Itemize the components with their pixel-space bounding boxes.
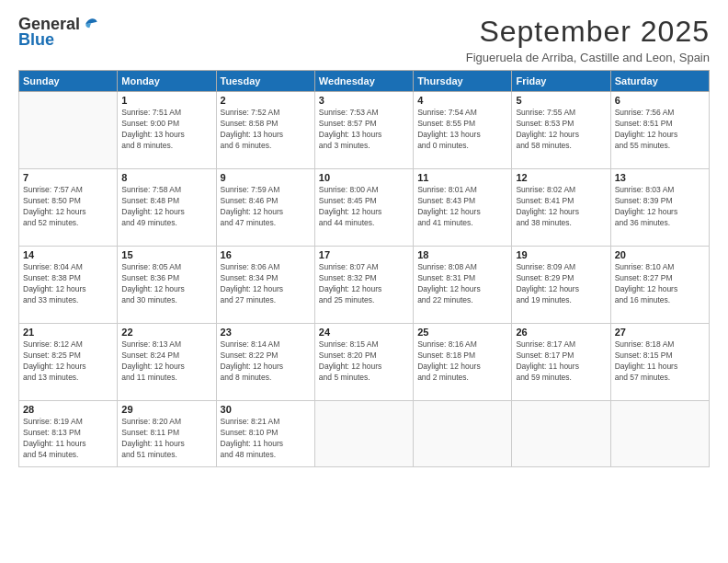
day-number: 6	[615, 95, 705, 106]
calendar-cell	[512, 401, 610, 467]
day-info: Sunrise: 7:55 AM Sunset: 8:53 PM Dayligh…	[516, 108, 606, 152]
day-info: Sunrise: 7:52 AM Sunset: 8:58 PM Dayligh…	[221, 108, 311, 152]
day-number: 5	[516, 95, 606, 106]
day-number: 25	[417, 327, 507, 338]
day-info: Sunrise: 8:06 AM Sunset: 8:34 PM Dayligh…	[221, 262, 311, 306]
day-info: Sunrise: 8:08 AM Sunset: 8:31 PM Dayligh…	[417, 262, 507, 306]
calendar-cell: 5Sunrise: 7:55 AM Sunset: 8:53 PM Daylig…	[512, 92, 610, 169]
day-info: Sunrise: 8:18 AM Sunset: 8:15 PM Dayligh…	[615, 339, 705, 384]
calendar-cell: 10Sunrise: 8:00 AM Sunset: 8:45 PM Dayli…	[314, 169, 413, 247]
week-row-2: 7Sunrise: 7:57 AM Sunset: 8:50 PM Daylig…	[19, 169, 710, 247]
day-info: Sunrise: 8:21 AM Sunset: 8:10 PM Dayligh…	[221, 417, 311, 461]
day-info: Sunrise: 7:53 AM Sunset: 8:57 PM Dayligh…	[319, 108, 409, 152]
day-info: Sunrise: 8:09 AM Sunset: 8:29 PM Dayligh…	[516, 262, 606, 306]
calendar-cell: 21Sunrise: 8:12 AM Sunset: 8:25 PM Dayli…	[19, 324, 118, 401]
calendar-cell: 28Sunrise: 8:19 AM Sunset: 8:13 PM Dayli…	[19, 401, 118, 467]
month-title: September 2025	[466, 15, 710, 49]
calendar-cell: 8Sunrise: 7:58 AM Sunset: 8:48 PM Daylig…	[118, 169, 216, 247]
calendar: SundayMondayTuesdayWednesdayThursdayFrid…	[18, 70, 710, 467]
day-number: 18	[417, 249, 507, 260]
day-number: 16	[221, 249, 311, 260]
col-header-monday: Monday	[118, 71, 216, 92]
calendar-cell: 26Sunrise: 8:17 AM Sunset: 8:17 PM Dayli…	[512, 324, 610, 401]
day-number: 2	[221, 95, 311, 106]
calendar-cell: 22Sunrise: 8:13 AM Sunset: 8:24 PM Dayli…	[118, 324, 216, 401]
day-info: Sunrise: 7:59 AM Sunset: 8:46 PM Dayligh…	[221, 185, 311, 229]
calendar-cell: 20Sunrise: 8:10 AM Sunset: 8:27 PM Dayli…	[610, 247, 709, 324]
day-info: Sunrise: 8:12 AM Sunset: 8:25 PM Dayligh…	[23, 339, 113, 384]
calendar-cell: 23Sunrise: 8:14 AM Sunset: 8:22 PM Dayli…	[216, 324, 314, 401]
col-header-tuesday: Tuesday	[216, 71, 314, 92]
day-number: 27	[615, 327, 705, 338]
day-number: 14	[23, 249, 113, 260]
calendar-cell: 18Sunrise: 8:08 AM Sunset: 8:31 PM Dayli…	[414, 247, 512, 324]
calendar-cell: 13Sunrise: 8:03 AM Sunset: 8:39 PM Dayli…	[610, 169, 709, 247]
calendar-cell: 6Sunrise: 7:56 AM Sunset: 8:51 PM Daylig…	[610, 92, 709, 169]
calendar-cell: 27Sunrise: 8:18 AM Sunset: 8:15 PM Dayli…	[610, 324, 709, 401]
day-info: Sunrise: 8:05 AM Sunset: 8:36 PM Dayligh…	[121, 262, 211, 306]
day-info: Sunrise: 8:02 AM Sunset: 8:41 PM Dayligh…	[516, 185, 606, 229]
day-info: Sunrise: 8:13 AM Sunset: 8:24 PM Dayligh…	[121, 339, 211, 384]
day-number: 4	[417, 95, 507, 106]
col-header-thursday: Thursday	[414, 71, 512, 92]
day-number: 17	[319, 249, 409, 260]
day-number: 20	[615, 249, 705, 260]
day-info: Sunrise: 8:01 AM Sunset: 8:43 PM Dayligh…	[417, 185, 507, 229]
week-row-5: 28Sunrise: 8:19 AM Sunset: 8:13 PM Dayli…	[19, 401, 710, 467]
day-number: 21	[23, 327, 113, 338]
day-number: 10	[319, 172, 409, 183]
calendar-cell: 29Sunrise: 8:20 AM Sunset: 8:11 PM Dayli…	[118, 401, 216, 467]
day-info: Sunrise: 8:04 AM Sunset: 8:38 PM Dayligh…	[23, 262, 113, 306]
day-info: Sunrise: 7:54 AM Sunset: 8:55 PM Dayligh…	[417, 108, 507, 152]
calendar-cell	[314, 401, 413, 467]
day-info: Sunrise: 8:10 AM Sunset: 8:27 PM Dayligh…	[615, 262, 705, 306]
calendar-cell: 17Sunrise: 8:07 AM Sunset: 8:32 PM Dayli…	[314, 247, 413, 324]
day-number: 19	[516, 249, 606, 260]
col-header-wednesday: Wednesday	[314, 71, 413, 92]
logo: General Blue	[18, 15, 100, 50]
day-number: 24	[319, 327, 409, 338]
page: General Blue September 2025 Figueruela d…	[0, 0, 728, 563]
day-info: Sunrise: 8:16 AM Sunset: 8:18 PM Dayligh…	[417, 339, 507, 384]
calendar-cell: 7Sunrise: 7:57 AM Sunset: 8:50 PM Daylig…	[19, 169, 118, 247]
calendar-cell	[610, 401, 709, 467]
calendar-cell	[19, 92, 118, 169]
calendar-cell: 24Sunrise: 8:15 AM Sunset: 8:20 PM Dayli…	[314, 324, 413, 401]
day-number: 3	[319, 95, 409, 106]
calendar-cell: 16Sunrise: 8:06 AM Sunset: 8:34 PM Dayli…	[216, 247, 314, 324]
day-number: 30	[221, 404, 311, 415]
calendar-cell: 11Sunrise: 8:01 AM Sunset: 8:43 PM Dayli…	[414, 169, 512, 247]
title-block: September 2025 Figueruela de Arriba, Cas…	[466, 15, 710, 64]
calendar-cell	[414, 401, 512, 467]
day-number: 12	[516, 172, 606, 183]
day-number: 28	[23, 404, 113, 415]
day-info: Sunrise: 8:03 AM Sunset: 8:39 PM Dayligh…	[615, 185, 705, 229]
day-number: 29	[121, 404, 211, 415]
header-row: SundayMondayTuesdayWednesdayThursdayFrid…	[19, 71, 710, 92]
logo-blue-text: Blue	[18, 30, 54, 50]
calendar-cell: 15Sunrise: 8:05 AM Sunset: 8:36 PM Dayli…	[118, 247, 216, 324]
logo-bird-icon	[82, 16, 100, 34]
col-header-saturday: Saturday	[610, 71, 709, 92]
day-info: Sunrise: 7:58 AM Sunset: 8:48 PM Dayligh…	[121, 185, 211, 229]
calendar-cell: 4Sunrise: 7:54 AM Sunset: 8:55 PM Daylig…	[414, 92, 512, 169]
day-info: Sunrise: 8:14 AM Sunset: 8:22 PM Dayligh…	[221, 339, 311, 384]
day-number: 8	[121, 172, 211, 183]
day-info: Sunrise: 8:20 AM Sunset: 8:11 PM Dayligh…	[121, 417, 211, 461]
day-info: Sunrise: 7:56 AM Sunset: 8:51 PM Dayligh…	[615, 108, 705, 152]
col-header-friday: Friday	[512, 71, 610, 92]
day-number: 1	[121, 95, 211, 106]
day-number: 23	[221, 327, 311, 338]
day-info: Sunrise: 7:51 AM Sunset: 9:00 PM Dayligh…	[121, 108, 211, 152]
calendar-cell: 25Sunrise: 8:16 AM Sunset: 8:18 PM Dayli…	[414, 324, 512, 401]
day-number: 22	[121, 327, 211, 338]
day-number: 13	[615, 172, 705, 183]
day-number: 15	[121, 249, 211, 260]
week-row-3: 14Sunrise: 8:04 AM Sunset: 8:38 PM Dayli…	[19, 247, 710, 324]
day-info: Sunrise: 8:00 AM Sunset: 8:45 PM Dayligh…	[319, 185, 409, 229]
week-row-1: 1Sunrise: 7:51 AM Sunset: 9:00 PM Daylig…	[19, 92, 710, 169]
calendar-cell: 14Sunrise: 8:04 AM Sunset: 8:38 PM Dayli…	[19, 247, 118, 324]
calendar-cell: 9Sunrise: 7:59 AM Sunset: 8:46 PM Daylig…	[216, 169, 314, 247]
day-number: 9	[221, 172, 311, 183]
subtitle: Figueruela de Arriba, Castille and Leon,…	[466, 51, 710, 64]
